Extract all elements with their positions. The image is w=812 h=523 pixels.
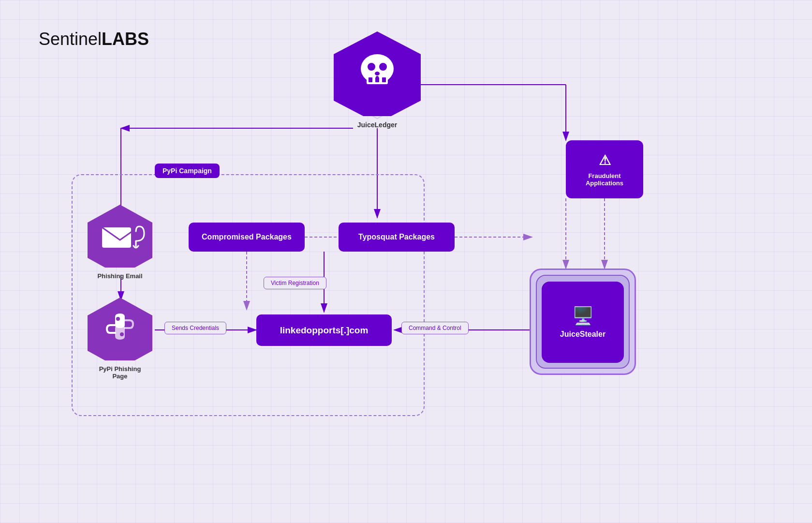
pypi-page-label: PyPi PhishingPage	[99, 365, 141, 380]
phishing-email-node: Phishing Email	[72, 202, 168, 280]
svg-point-22	[379, 63, 387, 71]
svg-point-34	[120, 332, 124, 336]
pypi-campaign-label: PyPi Campaign	[155, 164, 220, 178]
juicestealer-label: JuiceStealer	[560, 330, 605, 339]
juiceledger-node: JuiceLedger	[329, 29, 426, 129]
logo-text-normal: Sentinel	[39, 29, 102, 49]
pypi-page-node: PyPi PhishingPage	[72, 295, 168, 380]
svg-point-23	[375, 72, 380, 75]
compromised-packages-node: Compromised Packages	[189, 223, 305, 252]
sends-credentials-label: Sends Credentials	[164, 322, 226, 334]
svg-rect-25	[369, 77, 372, 82]
logo: SentinelLABS	[39, 29, 149, 49]
victim-registration-label: Victim Registration	[264, 277, 326, 289]
monitor-icon: 🖥️	[572, 306, 594, 326]
juicestealer-node: 🖥️ JuiceStealer	[542, 282, 624, 363]
fraudulent-apps-label: Fraudulent Applications	[586, 172, 623, 187]
linkedop-node: linkedopports[.]com	[256, 314, 392, 346]
svg-point-21	[368, 63, 375, 71]
fraudulent-apps-node: ⚠ Fraudulent Applications	[566, 140, 643, 198]
logo-text-bold: LABS	[102, 29, 149, 49]
phishing-email-label: Phishing Email	[97, 272, 142, 280]
svg-point-33	[116, 317, 120, 321]
warning-icon: ⚠	[599, 152, 611, 168]
phishing-email-hex	[84, 202, 156, 268]
command-control-label: Command & Control	[401, 322, 469, 334]
pypi-page-hex	[84, 295, 156, 360]
typosquat-packages-node: Typosquat Packages	[339, 223, 455, 252]
juiceledger-label: JuiceLedger	[357, 121, 397, 129]
svg-point-28	[376, 76, 379, 79]
juiceledger-hex	[329, 29, 426, 116]
svg-rect-27	[382, 77, 386, 82]
